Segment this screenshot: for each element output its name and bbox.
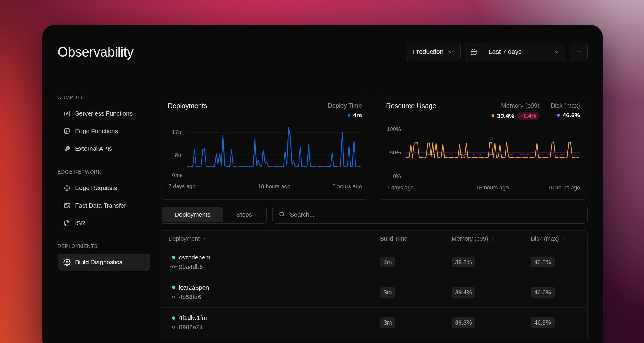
column-header-deployment[interactable]: Deployment <box>160 235 380 242</box>
observability-window: Observability Production Last 7 days COM… <box>42 25 603 343</box>
function-icon <box>63 110 71 117</box>
svg-text:18 hours ago: 18 hours ago <box>329 183 362 189</box>
globe-icon <box>63 184 71 192</box>
table-header-row: Deployment Build Time Memory (p99) Disk … <box>160 231 587 247</box>
memory-dot <box>492 114 494 117</box>
sort-icon <box>410 236 415 241</box>
column-header-memory[interactable]: Memory (p99) <box>452 235 531 242</box>
build-time-value: 3m <box>380 317 395 328</box>
chevron-down-icon <box>553 49 565 55</box>
tab-steps[interactable]: Steps <box>223 207 265 222</box>
column-header-disk[interactable]: Disk (max) <box>531 235 587 242</box>
sidebar: COMPUTE Serverless Functions Edge Functi… <box>57 95 151 338</box>
deployment-name: 4f1dlw1fm <box>179 314 207 321</box>
svg-text:7 days ago: 7 days ago <box>387 184 414 191</box>
environment-dropdown[interactable]: Production <box>406 43 461 61</box>
status-dot <box>172 256 175 259</box>
deployment-name: cszndepem <box>179 254 210 261</box>
column-header-build-time[interactable]: Build Time <box>380 235 452 242</box>
svg-text:8m: 8m <box>175 152 183 158</box>
svg-text:7 days ago: 7 days ago <box>168 183 196 189</box>
sidebar-item-build-diagnostics[interactable]: Build Diagnostics <box>58 254 150 271</box>
sidebar-item-serverless-functions[interactable]: Serverless Functions <box>57 105 151 122</box>
table-row[interactable]: cszndepem 9ba4db6 4m 39.8% 46.3% <box>160 247 587 277</box>
tab-deployments[interactable]: Deployments <box>162 207 223 222</box>
calendar-icon[interactable] <box>465 43 482 61</box>
resource-usage-chart-card: Resource Usage Memory (p99) 39.4% +0.4% <box>378 95 588 200</box>
search-input[interactable] <box>290 211 582 218</box>
card-title: Deployments <box>168 102 207 119</box>
ellipsis-icon <box>575 49 582 55</box>
chevron-down-icon <box>448 49 454 55</box>
svg-text:18 hours ago: 18 hours ago <box>548 184 580 191</box>
deploy-time-chart[interactable]: 17m8m0ms7 days ago18 hours ago18 hours a… <box>168 122 362 190</box>
sidebar-item-label: External APIs <box>75 145 112 152</box>
table-tab-group: Deployments Steps <box>160 206 267 224</box>
external-api-icon <box>63 145 71 152</box>
commit-icon <box>170 323 177 331</box>
sort-icon <box>491 236 496 241</box>
svg-text:17m: 17m <box>172 129 183 135</box>
disk-value: 46.6% <box>531 287 555 298</box>
header-controls: Production Last 7 days <box>406 43 588 61</box>
table-row[interactable]: 4f1dlw1fm 8982a24 3m 39.3% 46.9% <box>160 308 587 338</box>
sidebar-item-edge-functions[interactable]: Edge Functions <box>57 122 151 140</box>
search-box[interactable] <box>272 206 588 224</box>
sidebar-item-edge-requests[interactable]: Edge Requests <box>57 179 151 197</box>
sidebar-section-edge-network: EDGE NETWORK <box>57 169 151 175</box>
card-title: Resource Usage <box>386 102 436 120</box>
disk-legend: Disk (max) 46.6% <box>551 102 580 120</box>
build-time-value: 3m <box>380 287 395 298</box>
data-transfer-icon <box>63 202 71 209</box>
legend-label: Deploy Time <box>328 102 362 109</box>
svg-text:100%: 100% <box>387 126 401 132</box>
sort-icon <box>203 236 208 241</box>
disk-dot <box>557 114 560 117</box>
memory-value: 39.3% <box>452 317 475 328</box>
svg-text:0ms: 0ms <box>172 172 183 178</box>
sidebar-item-label: Fast Data Transfer <box>75 202 126 209</box>
legend-value: 46.6% <box>562 112 580 119</box>
edge-function-icon <box>63 128 71 135</box>
date-range-label: Last 7 days <box>482 48 553 56</box>
sidebar-item-label: Serverless Functions <box>75 110 133 117</box>
resource-usage-chart[interactable]: 100%50%0%7 days ago18 hours ago18 hours … <box>386 123 581 191</box>
status-dot <box>172 316 175 320</box>
sidebar-item-label: ISR <box>75 220 85 227</box>
table-row[interactable]: kx92a6pen 4b58fd6 3m 39.4% 46.6% <box>160 277 587 308</box>
deploy-time-legend: Deploy Time 4m <box>328 102 362 119</box>
build-time-value: 4m <box>380 257 395 267</box>
legend-label: Memory (p99) <box>501 102 540 109</box>
commit-icon <box>170 293 177 301</box>
page-title: Observability <box>57 44 406 60</box>
legend-value: 4m <box>353 112 362 119</box>
main-content: Deployments Deploy Time 4m 17m8m0ms7 <box>160 95 588 338</box>
deployments-table: Deployment Build Time Memory (p99) Disk … <box>160 230 588 338</box>
sidebar-item-fast-data-transfer[interactable]: Fast Data Transfer <box>57 197 151 214</box>
sidebar-item-isr[interactable]: ISR <box>57 214 151 232</box>
date-range-dropdown[interactable]: Last 7 days <box>465 43 565 61</box>
svg-text:18 hours ago: 18 hours ago <box>476 184 509 191</box>
deploy-time-dot <box>348 114 350 117</box>
memory-legend: Memory (p99) 39.4% +0.4% <box>492 102 540 120</box>
sidebar-item-label: Edge Functions <box>75 128 118 135</box>
sidebar-item-label: Build Diagnostics <box>75 259 122 266</box>
svg-text:50%: 50% <box>390 150 401 156</box>
deployments-chart-card: Deployments Deploy Time 4m 17m8m0ms7 <box>160 95 370 200</box>
commit-icon <box>170 263 177 271</box>
sidebar-item-external-apis[interactable]: External APIs <box>57 140 151 157</box>
more-options-button[interactable] <box>570 43 588 61</box>
sidebar-section-deployments: DEPLOYMENTS <box>57 244 151 249</box>
disk-value: 46.9% <box>531 317 555 328</box>
legend-label: Disk (max) <box>551 102 580 109</box>
svg-text:18 hours ago: 18 hours ago <box>258 183 291 189</box>
svg-text:0%: 0% <box>393 173 401 179</box>
environment-label: Production <box>413 48 443 56</box>
memory-value: 39.4% <box>452 287 475 298</box>
deployment-name: kx92a6pen <box>179 284 209 291</box>
sidebar-section-compute: COMPUTE <box>57 95 151 101</box>
sort-icon <box>562 236 567 241</box>
disk-value: 46.3% <box>531 257 555 267</box>
memory-delta-badge: +0.4% <box>517 112 539 120</box>
isr-icon <box>63 220 71 227</box>
